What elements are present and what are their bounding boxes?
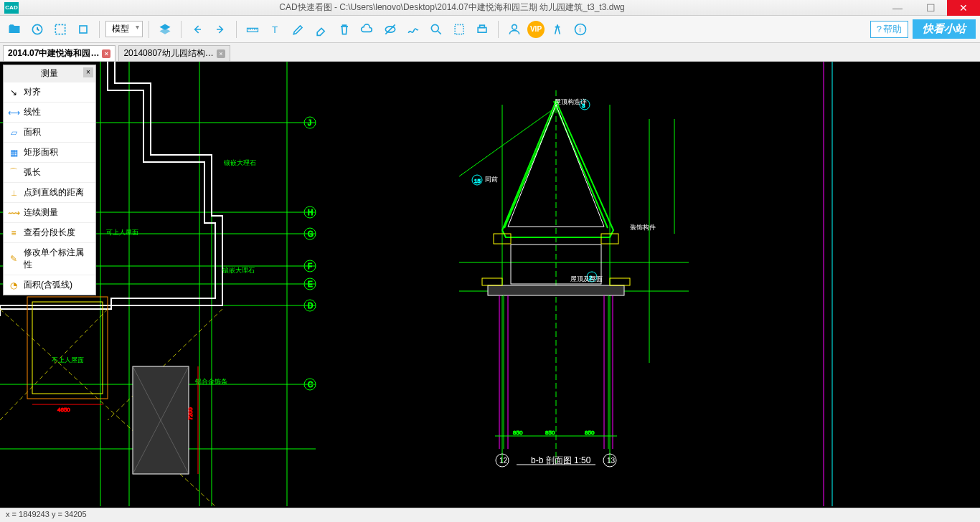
- linear-icon: ⟷: [8, 107, 19, 118]
- measure-item-modify-dim[interactable]: ✎修改单个标注属性: [4, 242, 95, 275]
- measure-item-linear[interactable]: ⟷线性: [4, 102, 95, 122]
- svg-text:D: D: [308, 302, 313, 310]
- svg-rect-63: [488, 285, 624, 295]
- pan-button[interactable]: [73, 19, 93, 39]
- measure-item-continuous[interactable]: ⟿连续测量: [4, 202, 95, 222]
- svg-text:850: 850: [585, 430, 595, 436]
- svg-text:E: E: [308, 280, 313, 288]
- coords-readout: x = 1849243 y = 34205: [6, 510, 87, 518]
- toolbar: 模型 T VIP i ? 帮助 快看小站: [0, 16, 980, 43]
- annotation: 屋顶及屋面: [570, 275, 603, 284]
- eraser-button[interactable]: [311, 19, 331, 39]
- help-button[interactable]: ? 帮助: [870, 21, 908, 38]
- svg-text:H: H: [308, 209, 313, 217]
- segment-icon: ≡: [8, 227, 19, 239]
- app-icon: CAD: [4, 2, 19, 14]
- svg-point-12: [512, 24, 517, 29]
- compass-button[interactable]: [547, 19, 567, 39]
- measure-item-point-line[interactable]: ⟂点到直线的距离: [4, 182, 95, 202]
- measure-item-segment[interactable]: ≡查看分段长度: [4, 222, 95, 242]
- window-controls: — ☐ ✕: [881, 0, 980, 16]
- svg-point-7: [431, 24, 438, 32]
- annotation: 可上人屋面: [106, 228, 138, 237]
- rect-area-icon: ▦: [8, 147, 19, 158]
- svg-text:C: C: [308, 381, 313, 389]
- measure-item-area[interactable]: ▱面积: [4, 122, 95, 142]
- layers-button[interactable]: [155, 19, 175, 39]
- svg-text:850: 850: [545, 430, 555, 436]
- quick-station-button[interactable]: 快看小站: [913, 19, 976, 39]
- svg-text:T: T: [272, 24, 278, 35]
- help-label: 帮助: [883, 23, 902, 36]
- close-button[interactable]: ✕: [947, 0, 980, 16]
- sign-button[interactable]: [403, 19, 423, 39]
- drawing-canvas[interactable]: J H G F E D C: [0, 62, 980, 508]
- measure-item-arc[interactable]: ⌒弧长: [4, 162, 95, 182]
- measure-panel: 测量 × ↘对齐 ⟷线性 ▱面积 ▦矩形面积 ⌒弧长 ⟂点到直线的距离 ⟿连续测…: [3, 65, 96, 295]
- minimize-button[interactable]: —: [881, 0, 914, 16]
- recent-button[interactable]: [27, 19, 47, 39]
- svg-line-8: [438, 31, 441, 34]
- svg-rect-1: [55, 24, 65, 34]
- svg-line-61: [459, 105, 560, 176]
- redo-button[interactable]: [210, 19, 230, 39]
- annotation: 不上人屋面: [52, 356, 84, 365]
- cloud-button[interactable]: [357, 19, 377, 39]
- pencil-button[interactable]: [288, 19, 308, 39]
- svg-text:7200: 7200: [187, 407, 194, 420]
- modify-dim-icon: ✎: [8, 253, 19, 265]
- svg-rect-47: [32, 302, 103, 394]
- annotation: 镶嵌大理石: [222, 266, 255, 275]
- tab-close-icon[interactable]: ×: [102, 49, 110, 58]
- tab-label: 2014.07中建悦海和园…: [8, 47, 99, 60]
- vip-badge[interactable]: VIP: [527, 21, 545, 38]
- tab-close-icon[interactable]: ×: [217, 49, 225, 58]
- annotation: 铝合金饰条: [195, 377, 227, 386]
- svg-text:F: F: [308, 262, 312, 270]
- window-title: CAD快速看图 - C:\Users\lenovo\Desktop\2014.0…: [23, 1, 881, 14]
- model-space-selector[interactable]: 模型: [105, 21, 143, 37]
- find-button[interactable]: [426, 19, 446, 39]
- svg-rect-67: [610, 278, 630, 285]
- measure-panel-title: 测量 ×: [4, 65, 95, 82]
- zoom-extents-button[interactable]: [50, 19, 70, 39]
- section-title: b-b 剖面图 1:50: [531, 455, 590, 467]
- undo-button[interactable]: [187, 19, 207, 39]
- svg-rect-11: [480, 25, 485, 27]
- svg-text:J: J: [308, 119, 311, 127]
- main-area: 测量 × ↘对齐 ⟷线性 ▱面积 ▦矩形面积 ⌒弧长 ⟂点到直线的距离 ⟿连续测…: [0, 62, 980, 508]
- tab-inactive[interactable]: 20140807幼儿园结构… ×: [118, 45, 230, 61]
- tab-active[interactable]: 2014.07中建悦海和园… ×: [3, 45, 116, 61]
- info-button[interactable]: i: [570, 19, 590, 39]
- statusbar: x = 1849243 y = 34205: [0, 508, 980, 522]
- cad-drawing: J H G F E D C: [0, 62, 980, 506]
- annotation: 屋顶构造详: [555, 98, 587, 107]
- maximize-button[interactable]: ☐: [914, 0, 947, 16]
- export-button[interactable]: [449, 19, 469, 39]
- open-file-button[interactable]: [4, 19, 24, 39]
- continuous-icon: ⟿: [8, 207, 19, 219]
- delete-button[interactable]: [334, 19, 354, 39]
- annotation: 同前: [485, 175, 498, 184]
- measure-item-area-arc[interactable]: ◔面积(含弧线): [4, 275, 95, 295]
- svg-text:12: 12: [499, 457, 508, 465]
- text-button[interactable]: T: [265, 19, 286, 39]
- svg-rect-10: [478, 27, 486, 32]
- print-button[interactable]: [472, 19, 492, 39]
- annotation: 镶嵌大理石: [224, 158, 256, 168]
- measure-item-rect-area[interactable]: ▦矩形面积: [4, 142, 95, 162]
- point-line-icon: ⟂: [8, 187, 19, 199]
- measure-button[interactable]: [242, 19, 263, 39]
- titlebar: CAD CAD快速看图 - C:\Users\lenovo\Desktop\20…: [0, 0, 980, 16]
- measure-panel-close[interactable]: ×: [83, 67, 93, 77]
- arc-icon: ⌒: [8, 167, 19, 179]
- annotation: 装饰构件: [630, 223, 656, 232]
- hide-button[interactable]: [380, 19, 400, 39]
- area-icon: ▱: [8, 127, 19, 138]
- svg-rect-9: [455, 24, 463, 34]
- svg-rect-66: [482, 278, 502, 285]
- document-tabbar: 2014.07中建悦海和园… × 20140807幼儿园结构… ×: [0, 43, 980, 62]
- user-button[interactable]: [504, 19, 524, 39]
- svg-text:G: G: [308, 230, 314, 238]
- measure-item-align[interactable]: ↘对齐: [4, 82, 95, 102]
